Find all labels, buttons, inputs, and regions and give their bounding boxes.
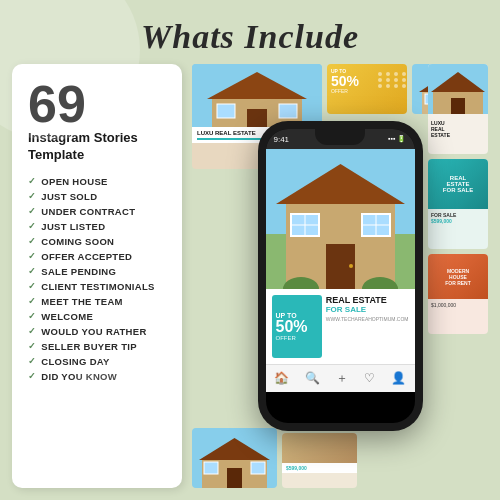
svg-rect-15 <box>451 98 465 114</box>
preview-card-modern: MODERNHOUSEFOR RENT $1,000,000 <box>428 254 488 334</box>
website-url: WWW.TECHAREAHOPTIMUM.COM <box>326 316 409 322</box>
phone-notch <box>315 129 365 145</box>
nav-add-icon[interactable]: ＋ <box>336 370 348 387</box>
svg-point-27 <box>349 264 353 268</box>
offer-percent: 50% <box>276 319 318 335</box>
status-time: 9:41 <box>274 135 290 144</box>
phone-right-content: REAL ESTATE FOR SALE WWW.TECHAREAHOPTIMU… <box>326 295 409 358</box>
re-subtitle: FOR SALE <box>326 305 409 314</box>
preview-card-bottom-mid: $599,000 <box>282 433 357 488</box>
phone-outer: 9:41 ▪▪▪ 🔋 <box>258 121 423 431</box>
page-container: Whats Include 69 Instagram Stories Templ… <box>0 0 500 500</box>
preview-card-luxury: LUXUREALESTATE <box>428 64 488 154</box>
status-icons: ▪▪▪ 🔋 <box>388 135 406 143</box>
phone-house-image <box>266 149 415 289</box>
right-area: LUXU REAL ESTATE UP TO 50% OFFER <box>192 64 488 488</box>
preview-card-forsale: REALESTATEFOR SALE FOR SALE $599,000 <box>428 159 488 249</box>
decorative-dots <box>378 72 408 88</box>
svg-rect-20 <box>204 462 218 474</box>
svg-rect-21 <box>251 462 265 474</box>
phone-nav-bar: 🏠 🔍 ＋ ♡ 👤 <box>266 364 415 392</box>
bg-circle-2 <box>60 360 180 480</box>
phone-screen: 9:41 ▪▪▪ 🔋 <box>266 129 415 423</box>
svg-rect-4 <box>217 104 235 118</box>
offer-label: OFFER <box>276 335 318 341</box>
nav-home-icon[interactable]: 🏠 <box>274 371 289 386</box>
phone-mockup: 9:41 ▪▪▪ 🔋 <box>258 121 423 431</box>
phone-content: UP TO 50% OFFER REAL ESTATE FOR SALE WWW… <box>266 289 415 364</box>
nav-heart-icon[interactable]: ♡ <box>364 371 375 386</box>
bg-circle-1 <box>0 0 140 140</box>
svg-rect-5 <box>279 104 297 118</box>
re-title: REAL ESTATE <box>326 295 409 305</box>
house-svg <box>192 64 322 127</box>
preview-card-bottom-left <box>192 428 277 488</box>
nav-search-icon[interactable]: 🔍 <box>305 371 320 386</box>
nav-profile-icon[interactable]: 👤 <box>391 371 406 386</box>
svg-rect-19 <box>227 468 242 488</box>
phone-offer-box: UP TO 50% OFFER <box>272 295 322 358</box>
